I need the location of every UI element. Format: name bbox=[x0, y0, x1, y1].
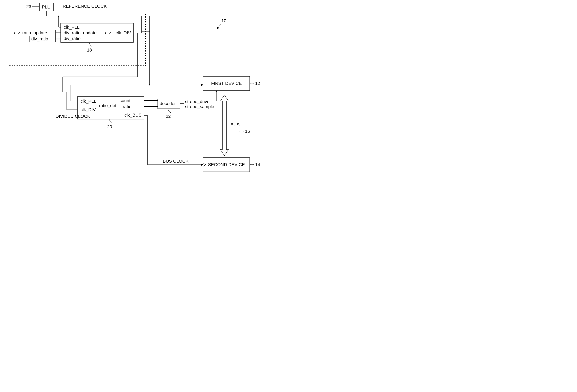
strobe-sample-label: strobe_sample bbox=[185, 104, 214, 109]
block18-dru: div_ratio_update bbox=[64, 30, 97, 35]
block20-center: ratio_det bbox=[99, 103, 116, 108]
ref-20: 20 bbox=[107, 124, 112, 129]
ref-14: 14 bbox=[255, 162, 260, 167]
div-ratio-label: div_ratio bbox=[31, 36, 48, 41]
bus-arrow bbox=[220, 95, 228, 156]
ref-22: 22 bbox=[166, 114, 171, 119]
leader-20 bbox=[109, 119, 112, 123]
leader-10 bbox=[217, 24, 221, 29]
junction-refclk-branch bbox=[149, 84, 150, 86]
leader-16 bbox=[240, 131, 244, 131]
block18-out: clk_DIV bbox=[116, 30, 131, 35]
leader-12 bbox=[250, 83, 254, 84]
ref-10: 10 bbox=[221, 18, 226, 23]
ref-16: 16 bbox=[245, 129, 250, 134]
bus-clock-label: BUS CLOCK bbox=[163, 159, 188, 164]
second-device-label: SECOND DEVICE bbox=[208, 162, 245, 167]
divided-clock-label: DIVIDED CLOCK bbox=[56, 114, 90, 119]
diagram-root: PLL 23 REFERENCE CLOCK clk_PLL div_ratio… bbox=[0, 0, 288, 196]
ref-23: 23 bbox=[26, 4, 31, 9]
div-ratio-update-label: div_ratio_update bbox=[14, 30, 47, 35]
decoder-label: decoder bbox=[160, 101, 176, 106]
bus-label: BUS bbox=[230, 122, 240, 127]
leader-14 bbox=[250, 164, 254, 165]
block20-clk-div: clk_DIV bbox=[80, 107, 96, 112]
block18-clk-pll: clk_PLL bbox=[64, 25, 79, 30]
block20-ratio: ratio bbox=[123, 104, 131, 109]
junction-pll-top bbox=[58, 16, 59, 17]
reference-clock-label: REFERENCE CLOCK bbox=[63, 4, 107, 9]
ref-12: 12 bbox=[255, 81, 260, 86]
block18-center: div bbox=[105, 30, 111, 35]
strobe-drive-label: strobe_drive bbox=[185, 99, 210, 104]
block20-clk-pll: clk_PLL bbox=[80, 98, 96, 104]
leader-18 bbox=[89, 42, 92, 46]
ref-18: 18 bbox=[87, 47, 92, 53]
leader-22 bbox=[168, 109, 171, 113]
block18-dr: div_ratio bbox=[64, 36, 80, 41]
first-device-label: FIRST DEVICE bbox=[211, 81, 242, 86]
block20-clk-bus: clk_BUS bbox=[125, 113, 142, 118]
block20-count: count bbox=[119, 98, 130, 103]
pll-label: PLL bbox=[42, 4, 50, 9]
